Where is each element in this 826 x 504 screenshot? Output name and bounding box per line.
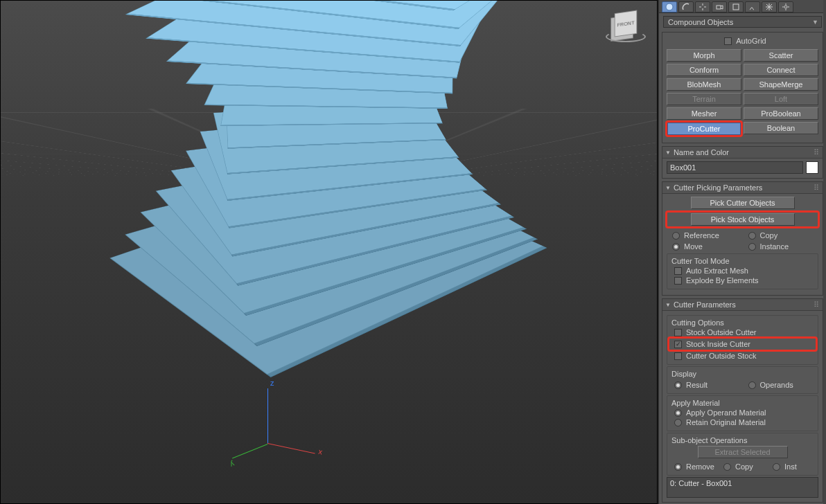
svg-point-3 [784, 6, 787, 8]
object-type-conform-button[interactable]: Conform [667, 64, 741, 76]
autogrid-label: AutoGrid [736, 37, 766, 45]
tab-modify[interactable] [678, 1, 694, 12]
drag-handle-icon[interactable]: ⠿ [814, 183, 820, 192]
group-label: Cutting Options [671, 318, 816, 327]
object-type-shapemerge-button[interactable]: ShapeMerge [744, 78, 818, 91]
retain-original-material-radio[interactable]: Retain Original Material [674, 418, 816, 426]
apply-operand-material-radio[interactable]: Apply Operand Material [674, 408, 816, 417]
object-type-grid: MorphScatterConformConnectBlobMeshShapeM… [667, 46, 818, 138]
operands-list-item[interactable]: 0: Cutter - Box001 [670, 479, 815, 487]
drag-handle-icon[interactable]: ⠿ [814, 300, 820, 309]
viewcube-ring-icon[interactable] [606, 31, 646, 42]
rollout-header-cutter-params[interactable]: ▼ Cutter Parameters ⠿ [662, 299, 823, 311]
explode-checkbox[interactable]: Explode By Elements [674, 276, 816, 285]
pick-cutter-button[interactable]: Pick Cutter Objects [691, 197, 795, 209]
rollout-title: Cutter Picking Parameters [674, 183, 762, 192]
viewport[interactable]: FRONT [0, 0, 658, 504]
asterisk-icon [765, 3, 773, 11]
category-dropdown-label: Compound Objects [668, 18, 733, 26]
clone-move-radio[interactable]: Move [672, 242, 743, 251]
tab-settings[interactable] [778, 1, 793, 12]
collapse-icon: ▼ [665, 150, 671, 156]
rollout-title: Name and Color [674, 148, 729, 156]
svg-rect-1 [717, 6, 721, 9]
object-type-loft-button[interactable]: Loft [744, 93, 818, 105]
object-type-connect-button[interactable]: Connect [744, 64, 818, 76]
axis-gizmo [267, 388, 323, 444]
arc-icon [682, 3, 690, 11]
svg-rect-2 [733, 4, 739, 10]
autogrid-checkbox[interactable]: AutoGrid [724, 37, 766, 45]
tab-motion[interactable] [712, 1, 727, 12]
clone-copy-radio[interactable]: Copy [748, 231, 819, 240]
pick-stock-button[interactable]: Pick Stock Objects [691, 213, 795, 226]
rollout-title: Cutter Parameters [674, 300, 736, 309]
stock-inside-highlight: Stock Inside Cutter [669, 338, 816, 350]
rollout-cutter-picking: ▼ Cutter Picking Parameters ⠿ Pick Cutte… [662, 181, 823, 296]
subobject-ops-group: Sub-object Operations Extract Selected R… [667, 433, 818, 476]
procutter-highlight: ProCutter [667, 122, 741, 136]
drag-handle-icon[interactable]: ⠿ [814, 148, 820, 157]
rollout-header-cutter-picking[interactable]: ▼ Cutter Picking Parameters ⠿ [662, 182, 823, 194]
app-root: FRONT [0, 0, 826, 504]
sphere-icon [665, 3, 674, 11]
display-result-radio[interactable]: Result [674, 381, 743, 389]
object-type-mesher-button[interactable]: Mesher [667, 107, 741, 120]
tab-utilities[interactable] [745, 1, 760, 12]
axis-z-icon [267, 388, 268, 444]
object-type-terrain-button[interactable]: Terrain [667, 93, 741, 105]
object-type-boolean-button[interactable]: Boolean [744, 122, 818, 134]
tab-systems[interactable] [762, 1, 777, 12]
light-icon [698, 3, 707, 11]
object-type-morph-button[interactable]: Morph [667, 49, 741, 62]
object-name-input[interactable] [667, 161, 803, 174]
gear-icon [782, 3, 790, 11]
subobj-inst-radio[interactable]: Inst [773, 462, 816, 471]
subobj-remove-radio[interactable]: Remove [674, 462, 718, 471]
rollout-cutter-params: ▼ Cutter Parameters ⠿ Cutting Options St… [662, 298, 823, 503]
clone-reference-radio[interactable]: Reference [672, 231, 743, 240]
chevron-down-icon: ▼ [812, 19, 818, 26]
subobj-copy-radio[interactable]: Copy [723, 462, 767, 471]
category-dropdown[interactable]: Compound Objects ▼ [663, 16, 822, 28]
object-color-swatch[interactable] [806, 161, 818, 174]
rollout-header-name-color[interactable]: ▼ Name and Color ⠿ [662, 147, 823, 159]
command-panel: Compound Objects ▼ AutoGrid MorphScatter… [658, 0, 826, 504]
group-label: Cutter Tool Mode [671, 257, 816, 265]
group-label: Apply Material [671, 399, 816, 407]
object-type-proboolean-button[interactable]: ProBoolean [744, 107, 818, 120]
tab-display[interactable] [728, 1, 744, 12]
display-group: Display Result Operands [667, 366, 818, 394]
cutting-options-group: Cutting Options Stock Outside Cutter Sto… [667, 315, 818, 365]
operands-listbox[interactable]: 0: Cutter - Box001 [667, 477, 818, 498]
camera-icon [715, 3, 723, 11]
helper-icon [732, 3, 740, 11]
object-type-procutter-button[interactable]: ProCutter [667, 123, 741, 135]
clone-instance-radio[interactable]: Instance [748, 242, 819, 251]
stock-inside-cutter-checkbox[interactable]: Stock Inside Cutter [674, 340, 816, 348]
stock-outside-cutter-checkbox[interactable]: Stock Outside Cutter [674, 328, 816, 336]
command-panel-tabs [659, 0, 826, 13]
rollout-name-color: ▼ Name and Color ⠿ [662, 146, 823, 179]
cutter-tool-mode-group: Cutter Tool Mode Auto Extract Mesh Explo… [667, 253, 818, 289]
display-operands-radio[interactable]: Operands [748, 381, 817, 389]
svg-point-0 [666, 3, 673, 10]
viewcube[interactable]: FRONT [604, 2, 647, 45]
cutter-outside-stock-checkbox[interactable]: Cutter Outside Stock [674, 352, 816, 360]
tab-hierarchy[interactable] [695, 1, 710, 12]
rollout-object-type: AutoGrid MorphScatterConformConnectBlobM… [662, 32, 823, 143]
pick-stock-highlight: Pick Stock Objects [667, 212, 818, 227]
auto-extract-checkbox[interactable]: Auto Extract Mesh [674, 267, 816, 275]
spring-icon [748, 3, 757, 11]
collapse-icon: ▼ [665, 302, 671, 308]
object-type-scatter-button[interactable]: Scatter [744, 49, 818, 62]
group-label: Sub-object Operations [671, 436, 816, 444]
group-label: Display [671, 370, 816, 378]
apply-material-group: Apply Material Apply Operand Material Re… [667, 395, 818, 431]
tab-create[interactable] [662, 1, 677, 12]
extract-selected-button[interactable]: Extract Selected [698, 446, 788, 458]
object-type-blobmesh-button[interactable]: BlobMesh [667, 78, 741, 91]
collapse-icon: ▼ [665, 185, 671, 191]
